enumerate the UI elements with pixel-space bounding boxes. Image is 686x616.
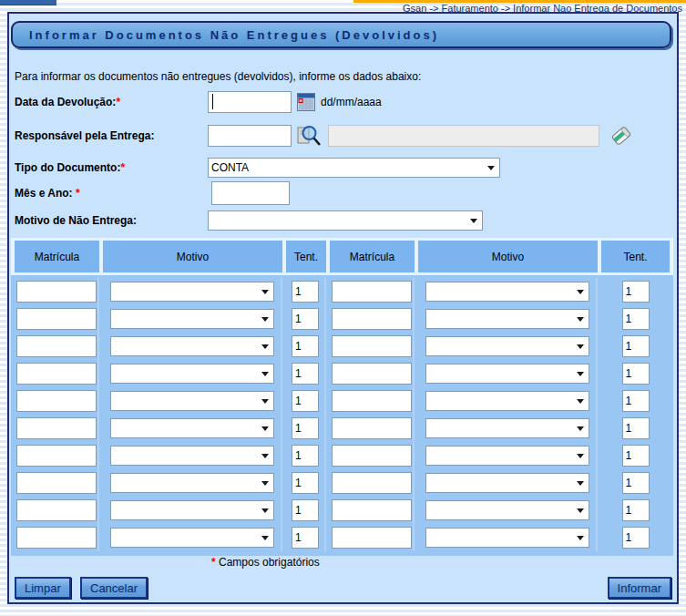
motivo-select-right[interactable] — [425, 391, 589, 411]
tent-input-left[interactable] — [292, 281, 319, 303]
motivo-select-left[interactable] — [110, 500, 274, 520]
tent-input-right[interactable] — [622, 335, 650, 357]
required-fields-note: * Campos obrigatórios — [211, 556, 320, 569]
header-tent-left: Tent. — [286, 241, 326, 272]
top-nav-blue-bar — [0, 0, 56, 5]
motivo-select-left[interactable] — [110, 418, 274, 438]
tent-input-left[interactable] — [292, 499, 319, 521]
responsavel-code-input[interactable] — [208, 125, 292, 147]
tent-input-right[interactable] — [622, 417, 650, 439]
motivo-select-right[interactable] — [425, 364, 589, 384]
motivo-select-right[interactable] — [425, 282, 589, 302]
data-devolucao-label-text: Data da Devolução: — [15, 96, 116, 108]
responsavel-name-field — [328, 125, 599, 147]
tent-input-right[interactable] — [622, 527, 650, 549]
matricula-input-left[interactable] — [16, 335, 97, 357]
motivo-select-right[interactable] — [425, 528, 589, 548]
tent-input-left[interactable] — [292, 417, 319, 439]
table-row — [15, 442, 670, 469]
tent-input-right[interactable] — [622, 363, 650, 385]
table-row — [15, 524, 670, 551]
clear-button[interactable] — [610, 124, 632, 148]
header-motivo-right: Motivo — [418, 241, 598, 272]
tent-input-right[interactable] — [622, 281, 650, 303]
calendar-button[interactable] — [297, 93, 315, 111]
data-devolucao-input[interactable] — [208, 91, 292, 113]
matricula-input-right[interactable] — [332, 445, 412, 467]
matricula-input-left[interactable] — [16, 308, 97, 330]
table-row — [15, 415, 670, 442]
tent-input-left[interactable] — [292, 527, 319, 549]
mes-ano-label-text: Mês e Ano: — [15, 187, 76, 200]
header-tent-right: Tent. — [601, 241, 670, 272]
matricula-input-left[interactable] — [16, 390, 97, 412]
calendar-icon — [297, 93, 315, 111]
tent-input-left[interactable] — [292, 308, 319, 330]
matricula-input-left[interactable] — [16, 281, 97, 303]
matricula-input-right[interactable] — [332, 281, 412, 303]
tent-input-left[interactable] — [292, 363, 319, 385]
tent-input-left[interactable] — [292, 390, 319, 412]
matricula-input-right[interactable] — [332, 499, 412, 521]
tent-input-right[interactable] — [622, 390, 650, 412]
required-note-text: Campos obrigatórios — [216, 556, 320, 569]
tent-input-right[interactable] — [622, 308, 650, 330]
motivo-select-right[interactable] — [425, 336, 589, 356]
matricula-input-left[interactable] — [16, 472, 97, 494]
motivo-select-left[interactable] — [110, 364, 274, 384]
eraser-icon — [610, 124, 632, 148]
matricula-input-right[interactable] — [332, 308, 412, 330]
limpar-button[interactable]: Limpar — [15, 577, 71, 599]
informar-button[interactable]: Informar — [608, 577, 671, 599]
motivo-select-right[interactable] — [425, 309, 589, 329]
header-motivo-left: Motivo — [103, 241, 282, 272]
motivo-nao-entrega-select[interactable] — [208, 210, 483, 231]
matricula-input-right[interactable] — [332, 363, 412, 385]
table-row — [15, 360, 670, 387]
required-asterisk: * — [116, 96, 120, 108]
motivo-select-left[interactable] — [110, 446, 274, 466]
main-panel: Informar Documentos Não Entregues (Devol… — [7, 12, 679, 604]
motivo-select-left[interactable] — [110, 309, 274, 329]
tipo-documento-select[interactable]: CONTA — [208, 158, 500, 178]
cancelar-button[interactable]: Cancelar — [80, 577, 148, 599]
motivo-select-right[interactable] — [425, 500, 589, 520]
button-row: Limpar Cancelar Informar — [9, 577, 677, 601]
mes-ano-input[interactable] — [211, 181, 290, 205]
matricula-input-right[interactable] — [332, 390, 412, 412]
grid-body — [11, 275, 673, 556]
tent-input-left[interactable] — [292, 472, 319, 494]
motivo-select-left[interactable] — [110, 336, 274, 356]
tent-input-right[interactable] — [622, 472, 650, 494]
matricula-input-left[interactable] — [16, 363, 97, 385]
matricula-input-left[interactable] — [16, 499, 97, 521]
matricula-input-right[interactable] — [332, 527, 412, 549]
motivo-select-left[interactable] — [110, 282, 274, 302]
search-icon — [297, 124, 323, 148]
motivo-select-left[interactable] — [110, 528, 274, 548]
tipo-documento-label: Tipo do Documento:* — [15, 161, 208, 174]
tipo-documento-label-text: Tipo do Documento: — [15, 161, 120, 174]
page-title: Informar Documentos Não Entregues (Devol… — [11, 21, 671, 48]
search-button[interactable] — [297, 124, 323, 148]
tent-input-left[interactable] — [292, 445, 319, 467]
motivo-select-left[interactable] — [110, 391, 274, 411]
matricula-input-left[interactable] — [16, 445, 97, 467]
matricula-input-left[interactable] — [16, 417, 97, 439]
motivo-select-right[interactable] — [425, 473, 589, 493]
required-asterisk: * — [120, 161, 125, 174]
motivo-select-right[interactable] — [425, 446, 589, 466]
table-row — [15, 387, 670, 415]
table-row — [15, 278, 670, 305]
tent-input-left[interactable] — [292, 335, 319, 357]
motivo-select-right[interactable] — [425, 418, 589, 438]
matricula-input-right[interactable] — [332, 417, 412, 439]
tent-input-right[interactable] — [622, 499, 650, 521]
tent-input-right[interactable] — [622, 445, 650, 467]
required-asterisk: * — [76, 187, 80, 200]
matricula-input-left[interactable] — [16, 527, 97, 549]
motivo-select-left[interactable] — [110, 473, 274, 493]
matricula-input-right[interactable] — [332, 472, 412, 494]
intro-text: Para informar os documentos não entregue… — [15, 70, 421, 83]
matricula-input-right[interactable] — [332, 335, 412, 357]
